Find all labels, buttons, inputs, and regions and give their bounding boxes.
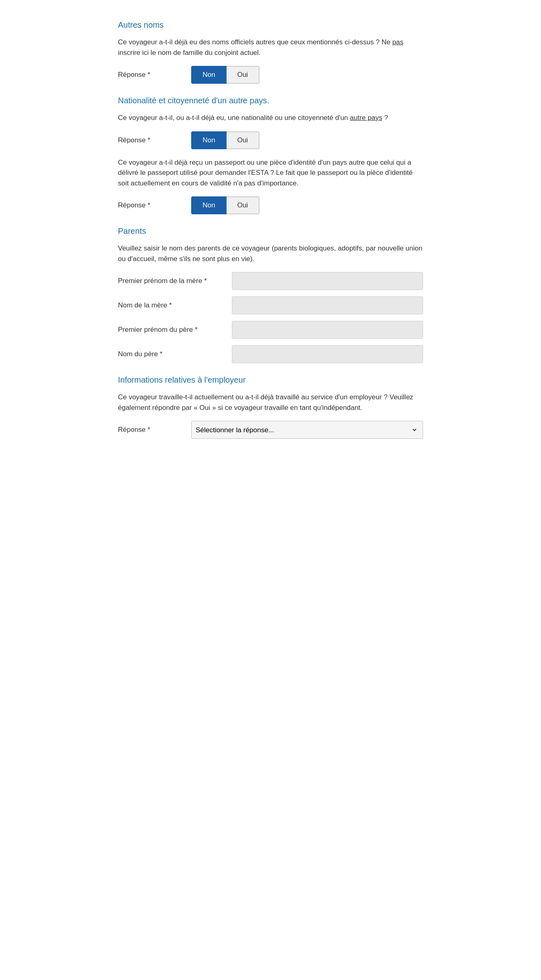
autres-noms-desc-part1: Ce voyageur a-t-il déjà eu des noms offi… xyxy=(118,38,392,46)
autres-noms-desc-underline: pas xyxy=(392,38,403,46)
prenom-mere-label: Premier prénom de la mère * xyxy=(118,276,232,286)
prenom-pere-group: Premier prénom du père * xyxy=(118,321,423,339)
employeur-response-label: Réponse * xyxy=(118,426,191,434)
nationalite-button-group2: Non Oui xyxy=(191,196,260,214)
employeur-response-row: Réponse * Sélectionner la réponse... Oui… xyxy=(118,421,423,439)
nationalite-non-button2[interactable]: Non xyxy=(191,196,227,214)
autres-noms-oui-button[interactable]: Oui xyxy=(227,66,259,84)
autres-noms-description: Ce voyageur a-t-il déjà eu des noms offi… xyxy=(118,37,423,58)
nom-mere-label: Nom de la mère * xyxy=(118,301,232,310)
autres-noms-desc-part2: inscrire ici le nom de famille du conjoi… xyxy=(118,49,261,57)
nationalite-non-button1[interactable]: Non xyxy=(191,131,227,149)
nationalite-oui-button2[interactable]: Oui xyxy=(227,196,259,214)
employeur-select[interactable]: Sélectionner la réponse... Oui Non xyxy=(191,421,423,439)
nationalite-description2: Ce voyageur a-t-il déjà reçu un passepor… xyxy=(118,157,423,189)
nom-mere-group: Nom de la mère * xyxy=(118,296,423,314)
nom-pere-label: Nom du père * xyxy=(118,349,232,359)
prenom-pere-input[interactable] xyxy=(232,321,423,339)
autres-noms-response-label: Réponse * xyxy=(118,71,191,79)
nationalite-button-group1: Non Oui xyxy=(191,131,260,149)
nom-pere-input[interactable] xyxy=(232,345,423,363)
nationalite-response-label1: Réponse * xyxy=(118,136,191,144)
nationalite-response-row1: Réponse * Non Oui xyxy=(118,131,423,149)
nationalite-desc1-end: ? xyxy=(382,114,388,122)
autres-noms-button-group: Non Oui xyxy=(191,66,260,84)
nationalite-oui-button1[interactable]: Oui xyxy=(227,131,259,149)
prenom-mere-group: Premier prénom de la mère * xyxy=(118,272,423,290)
parents-description: Veuillez saisir le nom des parents de ce… xyxy=(118,243,423,264)
nationalite-response-row2: Réponse * Non Oui xyxy=(118,196,423,214)
autres-noms-response-row: Réponse * Non Oui xyxy=(118,66,423,84)
nationalite-description1: Ce voyageur a-t-il, ou a-t-il déjà eu, u… xyxy=(118,113,423,123)
employeur-description: Ce voyageur travaille-t-il actuellement … xyxy=(118,392,423,413)
parents-section: Parents Veuillez saisir le nom des paren… xyxy=(118,226,423,363)
nom-mere-input[interactable] xyxy=(232,296,423,314)
prenom-pere-label: Premier prénom du père * xyxy=(118,325,232,335)
parents-title: Parents xyxy=(118,226,423,236)
nom-pere-group: Nom du père * xyxy=(118,345,423,363)
nationalite-desc1-link: autre pays xyxy=(350,114,382,122)
employeur-section: Informations relatives à l'employeur Ce … xyxy=(118,375,423,439)
nationalite-response-label2: Réponse * xyxy=(118,201,191,209)
autres-noms-title: Autres noms xyxy=(118,20,423,30)
nationalite-title: Nationalité et citoyenneté d'un autre pa… xyxy=(118,96,423,105)
employeur-title: Informations relatives à l'employeur xyxy=(118,375,423,385)
prenom-mere-input[interactable] xyxy=(232,272,423,290)
nationalite-section: Nationalité et citoyenneté d'un autre pa… xyxy=(118,96,423,214)
autres-noms-section: Autres noms Ce voyageur a-t-il déjà eu d… xyxy=(118,20,423,84)
nationalite-desc1-part1: Ce voyageur a-t-il, ou a-t-il déjà eu, u… xyxy=(118,114,350,122)
autres-noms-non-button[interactable]: Non xyxy=(191,66,227,84)
